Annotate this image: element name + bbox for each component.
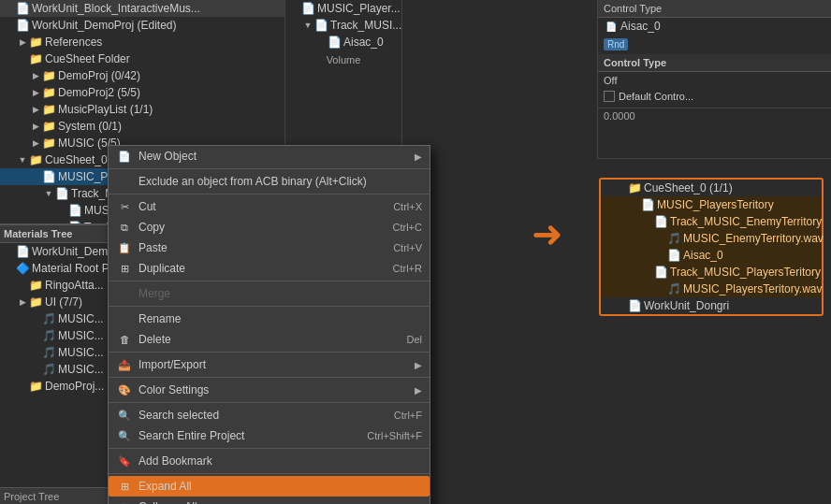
menu-icon-collapse-all: ⊟ (116, 498, 133, 504)
menu-item-exclude[interactable]: Exclude an object from ACB binary (Alt+C… (109, 171, 430, 192)
tree-item[interactable]: ▶📁MusicPlayList (1/1) (0, 101, 284, 118)
menu-shortcut-paste: Ctrl+V (393, 242, 422, 253)
menu-separator (109, 194, 430, 194)
tree-item-label: UI (7/7) (45, 295, 82, 309)
menu-shortcut-search-selected: Ctrl+F (394, 410, 422, 421)
menu-separator (109, 168, 430, 169)
tree-item[interactable]: ▶📁DemoProj (0/42) (0, 67, 284, 84)
track-header-item[interactable]: 📄MUSIC_Player... (285, 0, 401, 17)
tree-item[interactable]: 📄WorkUnit_DemoProj (Edited) (0, 17, 284, 34)
menu-label-exclude: Exclude an object from ACB binary (Alt+C… (138, 175, 422, 188)
menu-label-new-object: New Object (138, 150, 407, 163)
doc-icon: 📄 (653, 215, 668, 228)
menu-item-copy[interactable]: ⧉CopyCtrl+C (109, 217, 430, 238)
tree-item[interactable]: 📄WorkUnit_Block_IntaractiveMus... (0, 0, 284, 17)
menu-item-cut[interactable]: ✂CutCtrl+X (109, 196, 430, 217)
tree-item-label: MusicPlayList (1/1) (58, 103, 153, 116)
menu-separator (109, 402, 430, 403)
menu-item-new-object[interactable]: 📄New Object▶ (109, 146, 430, 166)
menu-icon-cut: ✂ (116, 198, 133, 215)
menu-label-paste: Paste (138, 241, 374, 254)
wave-icon: 🎵 (41, 363, 56, 376)
arrow-container: ➜ (519, 215, 576, 252)
tree-item-label: CueSheet Folder (45, 52, 130, 65)
menu-item-expand-all[interactable]: ⊞Expand All (109, 476, 430, 497)
track-header-label: Track_MUSI... (330, 19, 401, 32)
menu-icon-search-selected: 🔍 (116, 407, 133, 424)
menu-shortcut-search-entire: Ctrl+Shift+F (367, 430, 422, 441)
tree-item[interactable]: ▶📁DemoProj2 (5/5) (0, 84, 284, 101)
wave-icon: 🎵 (41, 346, 56, 359)
context-menu: 📄New Object▶Exclude an object from ACB b… (108, 145, 430, 504)
brt-item[interactable]: 📄Aisac_0 (601, 247, 822, 264)
brt-item-label: MUSIC_EnemyTerritory.wav (683, 232, 824, 245)
tree-item-label: References (45, 36, 102, 49)
brt-item[interactable]: 📄Track_MUSIC_EnemyTerritory (601, 213, 822, 230)
brt-item-label: Aisac_0 (683, 249, 723, 262)
folder-icon: 📁 (41, 120, 56, 133)
menu-icon-delete: 🗑 (116, 331, 133, 348)
menu-item-delete[interactable]: 🗑DeleteDel (109, 329, 430, 350)
brt-item[interactable]: 📁CueSheet_0 (1/1) (601, 180, 822, 196)
tree-item-label: RingoAtta... (45, 279, 104, 292)
menu-item-rename[interactable]: Rename (109, 309, 430, 329)
menu-item-paste[interactable]: 📋PasteCtrl+V (109, 238, 430, 258)
expand-arrow: ▶ (17, 36, 28, 49)
menu-label-import-export: Import/Export (138, 358, 407, 371)
menu-icon-search-entire: 🔍 (116, 427, 133, 444)
menu-item-add-bookmark[interactable]: 🔖Add Bookmark (109, 451, 430, 471)
doc-icon: 📄 (327, 36, 342, 49)
expand-arrow: ▶ (17, 295, 28, 309)
default-ctrl-checkbox[interactable] (604, 91, 615, 102)
wave-icon: 🎵 (666, 282, 681, 295)
aisac-icon: 📄 (605, 22, 617, 32)
control-type-section-label: Control Type (598, 54, 831, 72)
brt-item[interactable]: 📄Track_MUSIC_PlayersTeritory (601, 264, 822, 281)
tree-item-label: Material Root P... (32, 262, 117, 275)
folder-icon: 📁 (28, 380, 43, 393)
folder-icon: 📁 (28, 153, 43, 166)
default-ctrl-row: Default Contro... (598, 89, 831, 104)
folder-icon: 📁 (28, 52, 43, 65)
track-header-label: MUSIC_Player... (317, 2, 401, 15)
tree-item-label: DemoProj2 (5/5) (58, 86, 140, 99)
track-header-item[interactable]: 📄Aisac_0 (285, 34, 401, 50)
brt-item[interactable]: 🎵MUSIC_PlayersTeritory.wav (601, 281, 822, 297)
expand-arrow: ▶ (30, 69, 41, 82)
brt-item[interactable]: 🎵MUSIC_EnemyTerritory.wav (601, 230, 822, 247)
tree-item[interactable]: ▶📁References (0, 34, 284, 50)
aisac-item: 📄 Aisac_0 (598, 18, 831, 35)
menu-item-search-entire[interactable]: 🔍Search Entire ProjectCtrl+Shift+F (109, 425, 430, 446)
brt-item-label: WorkUnit_Dongri (644, 299, 729, 312)
menu-item-collapse-all[interactable]: ⊟Collapse All (109, 497, 430, 504)
track-header-item[interactable]: ▼📄Track_MUSI... (285, 17, 401, 34)
menu-separator (109, 352, 430, 353)
brt-item[interactable]: 📄MUSIC_PlayersTeritory (601, 196, 822, 213)
tree-item[interactable]: ▶📁System (0/1) (0, 118, 284, 135)
rnd-badge: Rnd (604, 38, 628, 50)
tree-item[interactable]: 📁CueSheet Folder (0, 50, 284, 67)
control-type-area: Control Type 📄 Aisac_0 Rnd Control Type … (597, 0, 831, 159)
menu-icon-new-object: 📄 (116, 148, 133, 165)
menu-shortcut-cut: Ctrl+X (393, 201, 422, 212)
menu-item-search-selected[interactable]: 🔍Search selectedCtrl+F (109, 405, 430, 425)
menu-shortcut-duplicate: Ctrl+R (393, 263, 422, 274)
menu-item-duplicate[interactable]: ⊞DuplicateCtrl+R (109, 258, 430, 279)
menu-separator (109, 448, 430, 449)
doc-icon: 📄 (640, 198, 655, 211)
brt-item-label: Track_MUSIC_PlayersTeritory (670, 266, 821, 279)
wave-icon: 🎵 (41, 329, 56, 342)
expand-arrow: ▶ (30, 103, 41, 116)
track-header-panel: 📄MUSIC_Player...▼📄Track_MUSI... 📄Aisac_0… (285, 0, 402, 159)
menu-label-merge: Merge (138, 287, 422, 300)
brt-item-label: Track_MUSIC_EnemyTerritory (670, 215, 822, 228)
menu-item-color-settings[interactable]: 🎨Color Settings▶ (109, 380, 430, 400)
folder-icon: 📁 (41, 103, 56, 116)
volume-label: Volume (285, 50, 401, 69)
menu-item-import-export[interactable]: 📤Import/Export▶ (109, 354, 430, 375)
tree-item-label: MUSIC... (58, 363, 104, 376)
menu-icon-copy: ⧉ (116, 219, 133, 236)
track-header-label: Aisac_0 (343, 36, 384, 49)
brt-item-label: MUSIC_PlayersTeritory.wav (683, 282, 822, 295)
brt-item[interactable]: 📄WorkUnit_Dongri (601, 297, 822, 314)
